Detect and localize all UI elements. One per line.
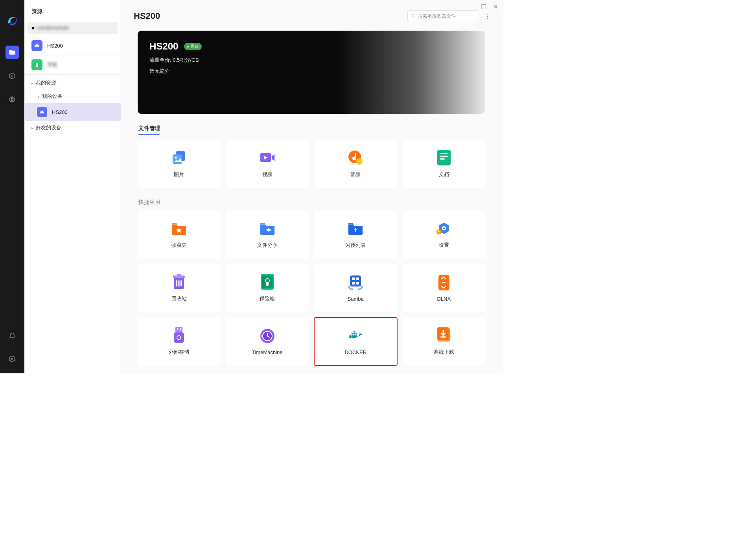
svg-point-10 xyxy=(175,157,177,159)
banner-desc: 暂无简介 xyxy=(149,68,473,75)
samba-icon xyxy=(348,275,363,290)
nav-settings[interactable] xyxy=(6,352,19,365)
image-icon xyxy=(171,150,187,165)
content-scroll: HS200 高速 流量单价: 0.5积分/GB 暂无简介 文件管理 图片视频音频… xyxy=(122,27,503,373)
tile-trash[interactable]: 回收站 xyxy=(138,264,221,312)
tile-safe[interactable]: 保险箱 xyxy=(226,264,309,312)
tile-share-folder[interactable]: 文件分享 xyxy=(226,211,309,259)
primary-navbar xyxy=(0,0,24,373)
svg-rect-39 xyxy=(174,332,184,343)
tile-settings[interactable]: 设置 xyxy=(403,211,486,259)
svg-rect-45 xyxy=(352,334,353,336)
svg-rect-31 xyxy=(352,277,355,280)
device-label: HS200 xyxy=(47,43,63,49)
tree-friend-devices[interactable]: ▸ 好友的设备 xyxy=(24,121,122,134)
search-box[interactable] xyxy=(407,10,478,22)
chevron-down-icon: ▾ xyxy=(31,26,35,30)
tile-label: 视频 xyxy=(262,171,273,178)
svg-rect-30 xyxy=(350,275,361,286)
docker-icon xyxy=(348,328,363,344)
svg-rect-6 xyxy=(40,112,44,114)
svg-rect-14 xyxy=(437,150,451,165)
app-grid: 收藏夹文件分享闪传列表设置回收站保险箱SambaDLNA外部存储TimeMach… xyxy=(138,211,485,365)
tree-leaf-hs200[interactable]: HS200 xyxy=(25,103,121,121)
usb-icon xyxy=(171,327,187,343)
svg-rect-37 xyxy=(177,328,178,330)
svg-rect-46 xyxy=(354,334,355,336)
svg-rect-50 xyxy=(355,332,357,334)
svg-rect-16 xyxy=(440,156,448,157)
app-logo xyxy=(5,14,19,28)
svg-rect-36 xyxy=(175,327,182,332)
tile-star-folder[interactable]: 收藏夹 xyxy=(138,211,221,259)
tile-label: 设置 xyxy=(439,242,449,249)
tree-my-devices[interactable]: ▸ 我的设备 xyxy=(24,90,122,103)
trash-icon xyxy=(171,274,187,290)
section-file-manage: 文件管理 xyxy=(138,125,485,135)
dlna-icon xyxy=(436,275,452,290)
tile-label: 保险箱 xyxy=(260,295,275,302)
search-input[interactable] xyxy=(418,13,475,19)
nav-transfer[interactable] xyxy=(6,69,19,83)
timemachine-icon xyxy=(260,328,275,344)
tile-label: 文档 xyxy=(439,171,449,178)
resources-title: 资源 xyxy=(24,0,122,20)
svg-rect-33 xyxy=(352,282,355,285)
svg-rect-26 xyxy=(180,280,182,286)
more-button[interactable]: ⋮ xyxy=(484,12,492,20)
banner-meta: 流量单价: 0.5积分/GB xyxy=(149,57,473,64)
phone-icon xyxy=(31,59,42,70)
tile-label: 图片 xyxy=(174,171,184,178)
svg-rect-49 xyxy=(354,332,355,334)
svg-rect-24 xyxy=(176,280,177,286)
caret-icon: ▸ xyxy=(31,126,33,130)
svg-rect-34 xyxy=(356,282,359,285)
tile-audio[interactable]: 音频 xyxy=(314,140,397,188)
tile-label: Samba xyxy=(348,296,364,302)
account-row[interactable]: ▾ user@example xyxy=(28,22,118,34)
svg-point-19 xyxy=(443,228,445,230)
tile-label: 外部存储 xyxy=(169,349,189,356)
main-header: HS200 ⋮ xyxy=(122,0,503,27)
nav-notifications[interactable] xyxy=(6,329,19,342)
close-button[interactable]: ✕ xyxy=(492,3,499,11)
settings-icon xyxy=(436,220,452,236)
svg-rect-47 xyxy=(355,334,357,336)
tile-timemachine[interactable]: TimeMachine xyxy=(226,318,309,365)
tile-label: 闪传列表 xyxy=(345,242,366,249)
svg-rect-55 xyxy=(440,336,446,338)
tile-docker[interactable]: DOCKER xyxy=(314,318,397,365)
banner-name: HS200 xyxy=(149,41,178,52)
tile-bolt-folder[interactable]: 闪传列表 xyxy=(314,211,397,259)
nav-apps[interactable] xyxy=(6,93,19,106)
safe-icon xyxy=(260,274,275,290)
maximize-button[interactable]: ☐ xyxy=(481,3,487,11)
doc-icon xyxy=(436,150,452,165)
svg-rect-44 xyxy=(350,334,351,336)
device-phone[interactable]: 手机 xyxy=(24,55,122,75)
nav-files[interactable] xyxy=(6,46,19,59)
tile-label: 文件分享 xyxy=(257,242,278,249)
resource-tree: ▸ 我的资源 ▸ 我的设备 HS200 ▸ 好友的设备 xyxy=(24,75,122,136)
video-icon xyxy=(260,150,275,165)
svg-rect-23 xyxy=(177,274,181,275)
svg-point-13 xyxy=(356,158,363,165)
tile-image[interactable]: 图片 xyxy=(138,140,221,188)
tile-usb[interactable]: 外部存储 xyxy=(138,318,221,365)
svg-rect-51 xyxy=(354,330,355,332)
page-title: HS200 xyxy=(134,11,407,21)
device-hs200[interactable]: HS200 xyxy=(24,36,122,55)
svg-rect-32 xyxy=(356,277,359,280)
svg-point-0 xyxy=(9,97,15,102)
tile-doc[interactable]: 文档 xyxy=(403,140,486,188)
tile-label: TimeMachine xyxy=(252,349,283,355)
tile-samba[interactable]: Samba xyxy=(314,264,397,312)
tile-video[interactable]: 视频 xyxy=(226,140,309,188)
device-label: 手机 xyxy=(47,61,57,68)
minimize-button[interactable]: — xyxy=(469,3,475,11)
svg-rect-15 xyxy=(440,153,448,154)
tree-my-resources[interactable]: ▸ 我的资源 xyxy=(24,76,122,90)
tile-download[interactable]: 离线下载 xyxy=(403,318,486,365)
bolt-folder-icon xyxy=(348,220,363,236)
tile-dlna[interactable]: DLNA xyxy=(403,264,486,312)
